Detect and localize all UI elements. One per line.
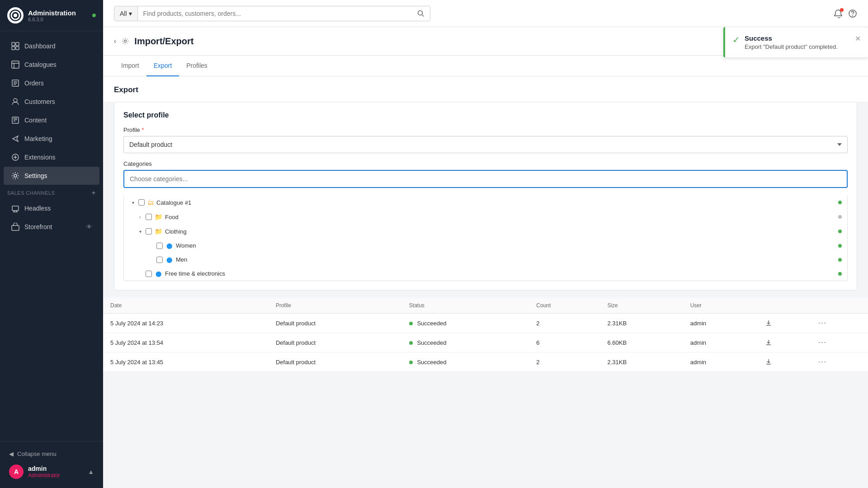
tree-item-food: › 📁 Food: [124, 210, 847, 224]
row3-actions: ···: [811, 352, 868, 372]
user-role: Administrator: [28, 472, 83, 479]
food-status-dot: [838, 215, 842, 219]
tab-import[interactable]: Import: [114, 56, 146, 76]
row2-date: 5 July 2024 at 13:54: [103, 333, 269, 352]
sidebar-header: Administration 6.6.3.0: [0, 0, 103, 31]
row2-count: 6: [529, 333, 600, 352]
help-button[interactable]: [848, 9, 857, 18]
add-sales-channel-icon[interactable]: +: [91, 189, 96, 197]
main-content: All ▾ ‹ Import/Export: [103, 0, 868, 488]
tab-export[interactable]: Export: [146, 56, 179, 76]
table-row: 5 July 2024 at 14:23 Default product Suc…: [103, 314, 868, 333]
notifications-button[interactable]: [834, 9, 843, 18]
export-wrapper: Export Select profile Profile * Default …: [103, 76, 868, 383]
row1-size: 2.31KB: [600, 314, 683, 333]
food-chevron-icon[interactable]: ›: [137, 215, 144, 220]
row2-size: 6.60KB: [600, 333, 683, 352]
women-checkbox[interactable]: [156, 243, 163, 249]
profile-select[interactable]: Default product: [123, 136, 848, 153]
user-name: admin: [28, 465, 83, 472]
sidebar-item-storefront[interactable]: Storefront 👁: [4, 218, 99, 236]
categories-field: Categories: [123, 160, 848, 188]
sidebar-item-headless[interactable]: Headless: [4, 199, 99, 217]
sidebar-item-orders[interactable]: Orders: [4, 74, 99, 92]
search-input[interactable]: [138, 6, 412, 21]
tree-item-freeelectronics: ⬤ Free time & electronics: [124, 267, 847, 281]
required-marker: *: [142, 127, 144, 133]
svg-rect-6: [16, 47, 19, 50]
clothing-chevron-icon[interactable]: ▾: [137, 229, 144, 234]
extensions-icon: [11, 153, 20, 162]
search-submit-button[interactable]: [412, 6, 430, 21]
tree-item-clothing: ▾ 📁 Clothing: [124, 224, 847, 239]
search-dropdown-icon: ▾: [129, 10, 132, 17]
page-settings-button[interactable]: [122, 38, 129, 45]
search-container: All ▾: [114, 6, 430, 21]
sales-channels-label: Sales Channels: [7, 190, 55, 196]
women-status-dot: [838, 244, 842, 248]
svg-point-32: [124, 40, 127, 42]
row2-actions-button[interactable]: ···: [818, 338, 827, 347]
row3-download[interactable]: [758, 352, 811, 372]
dashboard-icon: [11, 42, 20, 51]
tab-profiles[interactable]: Profiles: [179, 56, 215, 76]
orders-icon: [11, 79, 20, 88]
catalogue1-checkbox[interactable]: [138, 199, 145, 206]
select-profile-title: Select profile: [123, 111, 848, 119]
food-checkbox[interactable]: [146, 214, 152, 220]
sidebar-label-headless: Headless: [24, 205, 51, 212]
catalogue1-chevron-icon[interactable]: ▾: [129, 200, 137, 205]
tree-item-men: ⬤ Men: [124, 253, 847, 267]
men-status-dot: [838, 258, 842, 262]
collapse-menu-button[interactable]: ◀ Collapse menu: [5, 447, 98, 461]
sidebar-item-dashboard[interactable]: Dashboard: [4, 37, 99, 55]
search-icon: [417, 10, 425, 17]
freeelectronics-bullet-icon: ⬤: [156, 271, 161, 277]
sidebar-item-extensions[interactable]: Extensions: [4, 148, 99, 166]
freeelectronics-checkbox[interactable]: [146, 271, 152, 277]
col-user: User: [683, 298, 758, 314]
notification-message: Export "Default product" completed.: [745, 43, 850, 50]
export-history-table: Date Profile Status Count Size User 5: [103, 298, 868, 372]
sidebar-label-catalogues: Catalogues: [24, 61, 57, 68]
sidebar-item-customers[interactable]: Customers: [4, 93, 99, 111]
row3-status-text: Succeeded: [417, 359, 446, 366]
back-button[interactable]: ‹: [114, 37, 116, 45]
clothing-checkbox[interactable]: [146, 228, 152, 235]
sidebar-item-settings[interactable]: Settings: [4, 167, 99, 185]
sidebar-item-marketing[interactable]: Marketing: [4, 130, 99, 148]
men-label: Men: [176, 256, 836, 263]
row1-download[interactable]: [758, 314, 811, 333]
women-bullet-icon: ⬤: [166, 243, 172, 249]
content-icon: [11, 116, 20, 125]
sidebar-item-content[interactable]: Content: [4, 111, 99, 129]
export-section-title: Export: [103, 76, 868, 102]
svg-point-28: [418, 10, 423, 15]
user-area[interactable]: A admin Administrator ▲: [5, 461, 98, 483]
categories-label: Categories: [123, 160, 848, 167]
search-all-button[interactable]: All ▾: [114, 6, 138, 21]
tree-item-catalogue1: ▾ 🗂 Catalogue #1: [124, 195, 847, 210]
men-checkbox[interactable]: [156, 257, 163, 263]
notification-close-button[interactable]: ✕: [855, 34, 861, 43]
row2-status: Succeeded: [402, 333, 529, 352]
row1-actions-button[interactable]: ···: [818, 319, 827, 327]
col-size: Size: [600, 298, 683, 314]
sales-channels-section: Sales Channels +: [0, 185, 103, 199]
categories-input[interactable]: [123, 170, 848, 188]
tabs-bar: Import Export Profiles: [103, 56, 868, 76]
women-label: Women: [176, 242, 836, 249]
svg-rect-15: [12, 117, 19, 123]
user-info: admin Administrator: [28, 465, 83, 479]
row2-download[interactable]: [758, 333, 811, 352]
clothing-folder-icon: 📁: [155, 228, 162, 235]
storefront-eye-icon[interactable]: 👁: [86, 223, 92, 230]
col-profile: Profile: [269, 298, 402, 314]
row3-actions-button[interactable]: ···: [818, 358, 827, 366]
row2-profile: Default product: [269, 333, 402, 352]
app-brand: Administration 6.6.3.0: [28, 9, 76, 22]
sidebar-item-catalogues[interactable]: Catalogues: [4, 56, 99, 74]
svg-point-14: [14, 99, 17, 102]
page-title: Import/Export: [134, 36, 813, 47]
row3-count: 2: [529, 352, 600, 372]
